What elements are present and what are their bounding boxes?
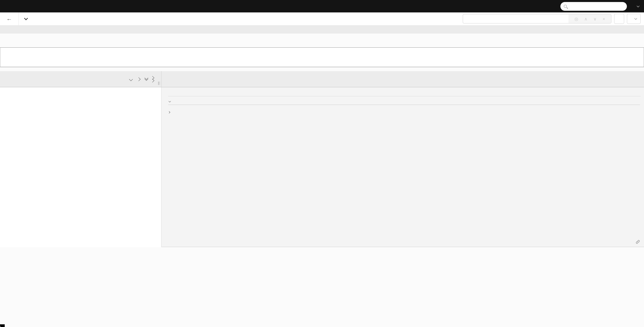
find-box: ◎ ∧ ∨ × [463, 14, 612, 24]
jaeger-trace-page: ← ◎ ∧ ∨ × [0, 0, 644, 327]
collapse-one-icon[interactable] [130, 78, 132, 80]
trace-id-lookup[interactable] [560, 2, 627, 10]
nav-right [560, 2, 639, 10]
clear-find-icon[interactable]: × [602, 16, 605, 21]
keyboard-shortcuts-button[interactable] [614, 14, 624, 24]
timeline-minimap[interactable] [0, 47, 644, 67]
timeline-ruler [162, 71, 644, 87]
focus-match-icon[interactable]: ◎ [574, 16, 578, 21]
trace-header: ← ◎ ∧ ∨ × [0, 12, 644, 25]
column-resizer-handle[interactable] [158, 82, 160, 85]
window-corner [0, 324, 5, 327]
back-button[interactable]: ← [0, 12, 19, 25]
prev-match-icon[interactable]: ∧ [584, 16, 588, 21]
find-input[interactable] [463, 16, 568, 21]
top-nav [0, 0, 644, 12]
chevron-down-icon [636, 4, 640, 7]
tags-section-toggle[interactable] [168, 96, 641, 104]
tree-controls [130, 76, 154, 82]
collapse-all-icon[interactable] [145, 78, 148, 80]
chevron-down-icon [634, 17, 637, 20]
span-detail-panel [162, 87, 644, 247]
trace-stats-bar [0, 25, 644, 34]
search-icon [564, 5, 567, 8]
link-icon[interactable] [636, 240, 640, 244]
service-operation-header [0, 71, 162, 87]
expand-one-icon[interactable] [137, 78, 140, 80]
chevron-right-icon [168, 111, 170, 114]
span-detail-duration-bar [163, 88, 642, 90]
chevron-down-icon [168, 100, 171, 102]
trace-id-lookup-input[interactable] [569, 4, 624, 9]
timeline-grid-header [0, 71, 644, 87]
span-detail-indent [0, 87, 162, 247]
span-id-row [632, 240, 640, 244]
span-rows [0, 87, 644, 247]
collapse-trace-icon[interactable] [24, 16, 28, 20]
process-row[interactable] [168, 112, 641, 113]
expand-all-icon[interactable] [153, 76, 154, 82]
about-jaeger-menu[interactable] [634, 5, 639, 7]
trace-view-selector[interactable] [627, 14, 641, 24]
span-detail-row [0, 87, 644, 247]
minimap-tick-labels [0, 34, 644, 47]
next-match-icon[interactable]: ∨ [594, 16, 597, 21]
find-controls: ◎ ∧ ∨ × [568, 14, 611, 23]
tags-table [168, 104, 640, 105]
